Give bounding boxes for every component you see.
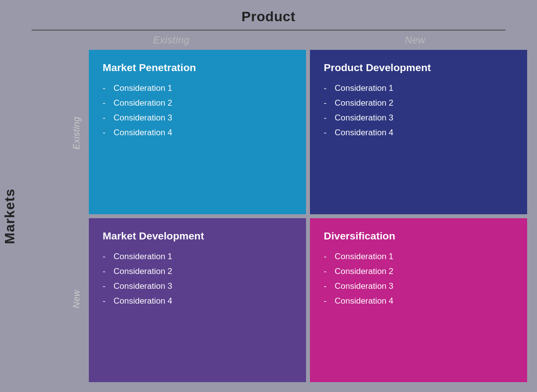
consideration-text: Consideration 3 <box>114 113 172 123</box>
list-item: - Consideration 3 <box>324 113 513 123</box>
row-labels-column: Existing New <box>64 50 89 382</box>
quadrant-diversification: Diversification - Consideration 1 - Cons… <box>310 218 527 383</box>
dash-icon: - <box>324 113 331 123</box>
dash-icon: - <box>103 128 110 138</box>
consideration-text: Consideration 1 <box>335 83 393 93</box>
row-label-new-container: New <box>64 216 89 383</box>
list-item: - Consideration 3 <box>324 281 513 291</box>
list-item: - Consideration 4 <box>324 296 513 306</box>
list-item: - Consideration 2 <box>103 98 292 108</box>
consideration-text: Consideration 3 <box>114 281 172 291</box>
consideration-text: Consideration 2 <box>335 267 393 276</box>
consideration-text: Consideration 2 <box>114 98 172 108</box>
consideration-text: Consideration 2 <box>335 98 393 108</box>
list-item: - Consideration 4 <box>324 128 513 138</box>
consideration-text: Consideration 4 <box>114 296 172 306</box>
consideration-text: Consideration 4 <box>114 128 172 138</box>
dash-icon: - <box>103 98 110 108</box>
main-area: Markets Existing New Market Penetration … <box>0 50 537 392</box>
list-item: - Consideration 1 <box>103 252 292 262</box>
matrix-grid: Market Penetration - Consideration 1 - C… <box>89 50 527 382</box>
header: Product <box>0 0 537 31</box>
list-item: - Consideration 1 <box>103 83 292 93</box>
dash-icon: - <box>103 252 110 262</box>
consideration-text: Consideration 3 <box>335 281 393 291</box>
list-item: - Consideration 2 <box>324 98 513 108</box>
market-development-title: Market Development <box>103 230 292 242</box>
dash-icon: - <box>324 281 331 291</box>
market-development-list: - Consideration 1 - Consideration 2 - Co… <box>103 252 292 306</box>
quadrant-product-development: Product Development - Consideration 1 - … <box>310 50 527 214</box>
quadrant-market-penetration: Market Penetration - Consideration 1 - C… <box>89 50 306 214</box>
list-item: - Consideration 3 <box>103 113 292 123</box>
list-item: - Consideration 4 <box>103 128 292 138</box>
market-penetration-list: - Consideration 1 - Consideration 2 - Co… <box>103 83 292 138</box>
consideration-text: Consideration 4 <box>335 296 393 306</box>
list-item: - Consideration 4 <box>103 296 292 306</box>
row-label-new: New <box>72 290 82 309</box>
y-axis: Markets <box>10 50 49 382</box>
product-axis-label: Product <box>241 9 295 25</box>
dash-icon: - <box>324 252 331 262</box>
list-item: - Consideration 1 <box>324 83 513 93</box>
row-label-existing-container: Existing <box>64 50 89 216</box>
dash-icon: - <box>103 83 110 93</box>
ansoff-matrix: Product Existing New Markets Existing Ne… <box>0 0 537 392</box>
dash-icon: - <box>324 98 331 108</box>
quadrant-market-development: Market Development - Consideration 1 - C… <box>89 218 306 383</box>
dash-icon: - <box>324 296 331 306</box>
consideration-text: Consideration 1 <box>114 252 172 262</box>
dash-icon: - <box>324 267 331 276</box>
dash-icon: - <box>324 83 331 93</box>
product-development-title: Product Development <box>324 62 513 74</box>
dash-icon: - <box>103 113 110 123</box>
consideration-text: Consideration 3 <box>335 113 393 123</box>
list-item: - Consideration 3 <box>103 281 292 291</box>
market-penetration-title: Market Penetration <box>103 62 292 74</box>
consideration-text: Consideration 4 <box>335 128 393 138</box>
diversification-list: - Consideration 1 - Consideration 2 - Co… <box>324 252 513 306</box>
col-label-existing: Existing <box>49 35 293 46</box>
dash-icon: - <box>324 128 331 138</box>
consideration-text: Consideration 2 <box>114 267 172 276</box>
dash-icon: - <box>103 281 110 291</box>
list-item: - Consideration 2 <box>103 267 292 276</box>
consideration-text: Consideration 1 <box>114 83 172 93</box>
dash-icon: - <box>103 267 110 276</box>
diversification-title: Diversification <box>324 230 513 242</box>
product-development-list: - Consideration 1 - Consideration 2 - Co… <box>324 83 513 138</box>
list-item: - Consideration 2 <box>324 267 513 276</box>
list-item: - Consideration 1 <box>324 252 513 262</box>
row-label-existing: Existing <box>72 117 82 150</box>
col-label-new: New <box>293 35 537 46</box>
markets-axis-label: Markets <box>2 188 18 244</box>
column-labels: Existing New <box>49 31 537 50</box>
consideration-text: Consideration 1 <box>335 252 393 262</box>
dash-icon: - <box>103 296 110 306</box>
